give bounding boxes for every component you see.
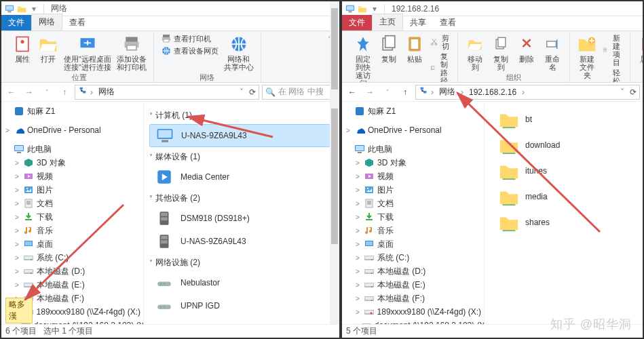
chevron-icon[interactable]: > — [14, 281, 20, 289]
nav-item-thispc[interactable]: 此电脑 — [342, 142, 484, 156]
nav-back-button[interactable]: ← — [4, 85, 19, 100]
nav-forward-button[interactable]: → — [362, 85, 377, 100]
ribbon-rename[interactable]: 重命名 — [539, 33, 565, 73]
ribbon-add-device[interactable]: 添加设备 和打印机 — [114, 33, 149, 73]
search-input[interactable]: 🔍在 网络 中搜 — [262, 85, 337, 100]
nav-item-desktop[interactable]: >桌面 — [342, 237, 484, 251]
chevron-icon[interactable]: > — [354, 254, 361, 262]
nav-item-locald[interactable]: >本地磁盘 (D:) — [342, 264, 484, 278]
ribbon-new-folder[interactable]: 新建 文件夹 — [574, 33, 600, 81]
content-pane[interactable]: btdownloaditunesmediashares — [485, 102, 643, 324]
chevron-icon[interactable]: > — [14, 173, 20, 180]
tab-file[interactable]: 文件 — [342, 15, 372, 31]
nav-item-onedrive[interactable]: >OneDrive - Personal — [342, 123, 484, 137]
chevron-icon[interactable]: > — [354, 281, 361, 289]
addr-dropdown-icon[interactable]: ˅ — [240, 87, 244, 97]
content-pane[interactable]: ˅计算机 (1)U-NAS-9Z6A9L43˅媒体设备 (1)Media Cen… — [144, 102, 339, 324]
nav-item-pictures[interactable]: >图片 — [342, 183, 484, 197]
nav-item-pictures[interactable]: >图片 — [1, 183, 143, 197]
chevron-icon[interactable]: > — [354, 186, 361, 194]
list-item[interactable]: Media Center — [149, 165, 334, 188]
nav-item-3d[interactable]: >3D 对象 — [342, 156, 484, 170]
list-item[interactable]: UPNP IGD — [149, 294, 334, 317]
nav-item-onedrive[interactable]: >OneDrive - Personal — [1, 123, 143, 137]
list-item[interactable]: itunes — [494, 160, 633, 182]
chevron-icon[interactable]: > — [14, 268, 20, 275]
scrollbar[interactable] — [330, 102, 339, 324]
nav-item-3d[interactable]: >3D 对象 — [1, 156, 143, 170]
chevron-icon[interactable]: > — [14, 159, 20, 167]
ribbon-network-sharing[interactable]: 网络和 共享中心 — [221, 33, 257, 73]
tab-network[interactable]: 网络 — [31, 14, 62, 31]
ribbon-paste[interactable]: 粘贴 — [402, 33, 428, 64]
chevron-icon[interactable]: > — [4, 127, 11, 134]
chevron-icon[interactable]: > — [14, 186, 20, 194]
tab-home[interactable]: 主页 — [372, 14, 403, 31]
nav-back-button[interactable]: ← — [345, 85, 360, 100]
ribbon-copy-path[interactable]: 复制路径 — [428, 51, 453, 83]
group-header[interactable]: ˅网络设施 (2) — [149, 257, 334, 268]
nav-pane[interactable]: 知麻 Z1>OneDrive - Personal此电脑>3D 对象>视频>图片… — [342, 102, 485, 324]
qat-icon[interactable] — [357, 3, 368, 14]
breadcrumb[interactable]: 网络 — [436, 86, 458, 98]
nav-item-zhima[interactable]: 知麻 Z1 — [342, 104, 484, 118]
chevron-icon[interactable]: > — [14, 227, 20, 235]
nav-item-sysc[interactable]: >系统 (C:) — [1, 251, 143, 264]
chevron-icon[interactable]: > — [14, 254, 20, 262]
nav-item-locald[interactable]: >本地磁盘 (D:) — [1, 264, 143, 278]
refresh-icon[interactable]: ⟳ — [249, 87, 256, 97]
list-item[interactable]: DSM918 (DS918+) — [149, 207, 334, 230]
nav-item-downloads[interactable]: >下载 — [342, 210, 484, 224]
nav-item-desktop[interactable]: >桌面 — [1, 237, 143, 251]
ribbon-pin[interactable]: 固定到快 速访问 — [350, 33, 376, 83]
nav-item-nety[interactable]: >document (\\192.168.2.103) (Y:) — [342, 319, 484, 324]
chevron-icon[interactable]: > — [354, 268, 361, 275]
ribbon-delete[interactable]: 删除 — [514, 33, 539, 64]
address-bar[interactable]: › 网络 ˅ ⟳ — [75, 85, 259, 100]
nav-item-netx[interactable]: >189xxxx9180 (\\Z4-r4gd) (X:) — [342, 305, 484, 319]
qat-icon[interactable] — [16, 3, 27, 14]
nav-item-videos[interactable]: >视频 — [342, 170, 484, 183]
nav-item-videos[interactable]: >视频 — [1, 170, 143, 183]
group-header[interactable]: ˅媒体设备 (1) — [149, 151, 334, 163]
nav-item-docs[interactable]: >文档 — [1, 197, 143, 210]
chevron-icon[interactable]: > — [345, 127, 352, 134]
nav-pane[interactable]: 知麻 Z1>OneDrive - Personal此电脑>3D 对象>视频>图片… — [1, 102, 144, 324]
qat-dropdown-icon[interactable]: ▾ — [29, 3, 39, 14]
nav-item-music[interactable]: >音乐 — [342, 224, 484, 237]
tab-view[interactable]: 查看 — [433, 15, 463, 31]
tab-share[interactable]: 共享 — [403, 15, 433, 31]
ribbon-copy[interactable]: 复制 — [376, 33, 402, 64]
ribbon-easy-access[interactable]: 轻松访问 — [600, 67, 626, 83]
chevron-icon[interactable]: > — [354, 159, 361, 167]
list-item[interactable]: U-NAS-9Z6A9L43 — [149, 230, 334, 253]
chevron-icon[interactable]: > — [354, 200, 361, 207]
list-item[interactable]: bt — [494, 108, 633, 130]
chevron-icon[interactable]: > — [354, 308, 361, 316]
breadcrumb[interactable]: 192.168.2.16 — [466, 87, 519, 97]
nav-item-localf[interactable]: >本地磁盘 (F:) — [342, 292, 484, 305]
nav-up-button[interactable]: ↑ — [57, 85, 72, 100]
nav-item-locale[interactable]: >本地磁盘 (E:) — [342, 278, 484, 292]
nav-recent-icon[interactable]: ˅ — [380, 85, 395, 100]
nav-recent-icon[interactable]: ˅ — [39, 85, 54, 100]
ribbon-view-device-web[interactable]: 查看设备网页 — [158, 45, 221, 57]
nav-item-sysc[interactable]: >系统 (C:) — [342, 251, 484, 264]
group-header[interactable]: ˅其他设备 (2) — [149, 193, 334, 204]
ribbon-new-item[interactable]: 新建项目 — [600, 33, 626, 67]
address-bar[interactable]: › 网络 › 192.168.2.16 › ˅ ⟳ — [415, 85, 640, 100]
list-item[interactable]: shares — [494, 212, 633, 233]
ribbon-properties[interactable]: 属性 — [10, 33, 35, 64]
chevron-icon[interactable]: > — [14, 200, 20, 207]
nav-item-zhima[interactable]: 知麻 Z1 — [1, 104, 143, 118]
nav-item-thispc[interactable]: 此电脑 — [1, 142, 143, 156]
list-item[interactable]: U-NAS-9Z6A9L43 — [149, 124, 334, 147]
nav-item-docs[interactable]: >文档 — [342, 197, 484, 210]
ribbon-properties[interactable]: 属性 — [634, 33, 643, 64]
ribbon-move-to[interactable]: 移动到 — [462, 33, 488, 73]
chevron-icon[interactable]: > — [354, 295, 361, 302]
tab-file[interactable]: 文件 — [1, 15, 31, 31]
ribbon-view-printers[interactable]: 查看打印机 — [158, 33, 221, 45]
nav-item-music[interactable]: >音乐 — [1, 224, 143, 237]
qat-dropdown-icon[interactable]: ▾ — [369, 3, 380, 14]
